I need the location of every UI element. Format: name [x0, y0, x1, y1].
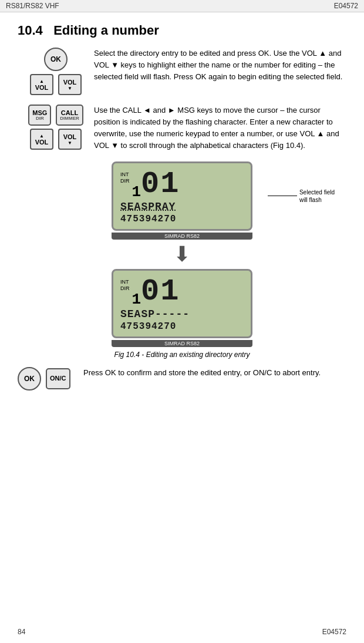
lcd-dir-label-2: DIR: [120, 285, 130, 292]
vol-down-arrow-icon: ▼: [68, 86, 72, 91]
bottom-instruction-row: OK ON/C Press OK to confirm and store th…: [18, 367, 346, 390]
footer-code: E04572: [322, 628, 346, 636]
lcd-down-arrow-icon: ⬇: [173, 242, 191, 267]
lcd-int-label-2: INT: [120, 279, 130, 286]
lcd-int-label-1: INT: [120, 171, 130, 179]
header-code: E04572: [334, 2, 358, 10]
bottom-instruction-text: Press OK to confirm and store the edited…: [83, 367, 346, 379]
vol-down-button-2[interactable]: VOL ▼: [58, 129, 82, 150]
lcd-brand-2: SIMRAD RS82: [112, 340, 252, 347]
lcd-indicators-1: INT DIR: [120, 171, 130, 185]
lcd-phone-1: 475394270: [120, 214, 244, 224]
ok-button-bottom[interactable]: OK: [18, 367, 41, 390]
msg-sub-label: DIR: [36, 116, 44, 121]
lcd-small-prefix-2: 1: [132, 292, 141, 307]
call-button[interactable]: CALL DIMMER: [56, 105, 83, 126]
key-group-1: OK ▲ VOL VOL ▼: [18, 48, 94, 95]
lcd-screen-1: INT DIR 1 01 SEASPRAY 475394270: [112, 161, 252, 231]
vol-key-row-1: ▲ VOL VOL ▼: [30, 74, 82, 95]
bottom-keys: OK ON/C: [18, 367, 76, 390]
lcd-wrapper-2: INT DIR 1 01 SEASP----- 475394270 SIMRAD…: [112, 269, 252, 347]
msg-button[interactable]: MSG DIR: [28, 105, 51, 126]
call-sub-label: DIMMER: [60, 116, 79, 121]
call-label: CALL: [61, 110, 78, 116]
ok-bottom-label: OK: [24, 375, 35, 383]
header-title: RS81/RS82 VHF: [6, 2, 59, 10]
instruction-text-2: Use the CALL ◄ and ► MSG keys to move th…: [94, 105, 346, 152]
onc-label: ON/C: [50, 375, 66, 382]
header-bar: RS81/RS82 VHF E04572: [0, 0, 364, 12]
lcd-container: INT DIR 1 01 SEASPRAY 475394270 SIMRAD R…: [18, 161, 346, 347]
lcd-small-prefix-1: 1: [132, 184, 141, 200]
page-footer: 84 E04572: [0, 628, 364, 636]
lcd-row1-1: INT DIR 1 01: [120, 169, 244, 200]
vol-up-arrow-icon: ▲: [39, 79, 44, 84]
lcd-brand-1: SIMRAD RS82: [112, 233, 252, 240]
annotation-line: [268, 196, 297, 196]
ok-key-row: OK: [44, 48, 68, 71]
instruction-row-2: MSG DIR CALL DIMMER ▲ VOL VOL ▼: [18, 105, 346, 152]
lcd-name-1: SEASPRAY: [120, 201, 244, 213]
msg-label: MSG: [32, 110, 47, 116]
key-group-2: MSG DIR CALL DIMMER ▲ VOL VOL ▼: [18, 105, 94, 150]
lcd-screen-2: INT DIR 1 01 SEASP----- 475394270: [112, 269, 252, 338]
vol-up-label: VOL: [35, 84, 49, 91]
lcd-name-2: SEASP-----: [120, 308, 244, 320]
vol-down-arrow-icon-2: ▼: [68, 140, 72, 146]
paragraph-2: Use the CALL ◄ and ► MSG keys to move th…: [94, 106, 339, 150]
vol-up-label-2: VOL: [35, 139, 49, 146]
onc-button[interactable]: ON/C: [46, 368, 70, 389]
paragraph-1: Select the directory entry to be edited …: [94, 49, 342, 81]
vol-key-row-2: ▲ VOL VOL ▼: [30, 129, 82, 150]
lcd-indicators-2: INT DIR: [120, 279, 130, 292]
ok-button[interactable]: OK: [44, 48, 68, 71]
vol-up-arrow-icon-2: ▲: [39, 133, 44, 139]
annotation-text: Selected fieldwill flash: [299, 188, 335, 204]
section-title: Editing a number: [53, 23, 159, 38]
lcd-big-number-2: 01: [141, 277, 180, 307]
section-number: 10.4: [18, 23, 43, 38]
selected-field-annotation: Selected fieldwill flash: [268, 188, 335, 204]
instruction-text-1: Select the directory entry to be edited …: [94, 48, 346, 83]
lcd-wrapper-1: INT DIR 1 01 SEASPRAY 475394270 SIMRAD R…: [112, 161, 252, 240]
main-content: 10.4 Editing a number OK ▲ VOL VOL ▼: [0, 12, 364, 402]
ok-label: OK: [50, 55, 61, 63]
msg-call-key-row: MSG DIR CALL DIMMER: [28, 105, 83, 126]
instruction-row-1: OK ▲ VOL VOL ▼ Select the directory entr…: [18, 48, 346, 95]
vol-down-label-2: VOL: [63, 133, 77, 140]
lcd-phone-2: 475394270: [120, 321, 244, 332]
bottom-paragraph: Press OK to confirm and store the edited…: [83, 368, 321, 377]
vol-down-button[interactable]: VOL ▼: [58, 74, 82, 95]
vol-down-label: VOL: [63, 79, 77, 86]
page-number: 84: [18, 628, 25, 636]
lcd-row1-2: INT DIR 1 01: [120, 277, 244, 307]
lcd-dir-label-1: DIR: [120, 178, 130, 185]
vol-up-button-2[interactable]: ▲ VOL: [30, 129, 53, 150]
lcd-big-number-1: 01: [141, 169, 180, 200]
section-heading: 10.4 Editing a number: [18, 23, 346, 38]
vol-up-button[interactable]: ▲ VOL: [30, 74, 53, 95]
fig-caption: Fig 10.4 - Editing an existing directory…: [18, 351, 346, 359]
